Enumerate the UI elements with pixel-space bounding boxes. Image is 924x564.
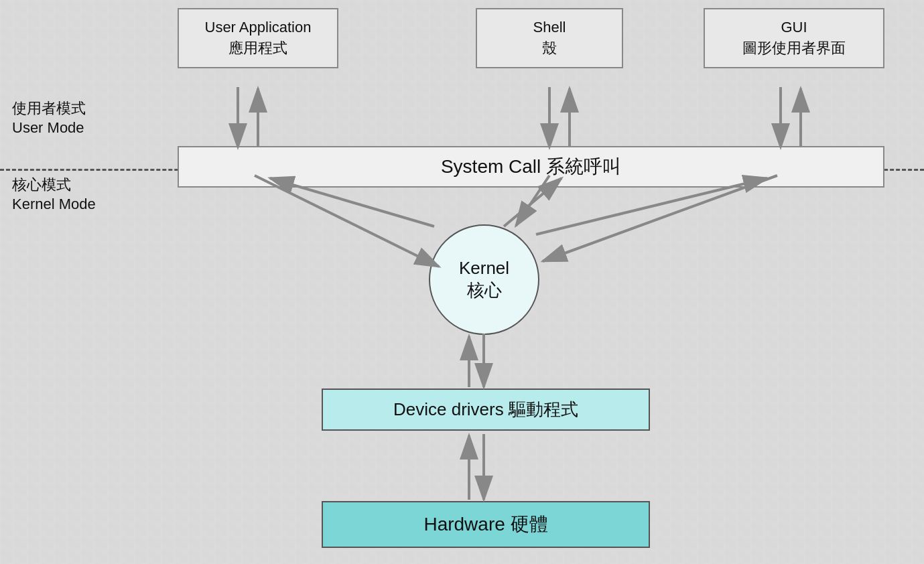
hardware-label-en: Hardware xyxy=(423,514,505,535)
syscall-box: System Call 系統呼叫 xyxy=(178,146,884,188)
user-mode-zh: 使用者模式 xyxy=(12,99,86,119)
drivers-label-zh: 驅動程式 xyxy=(509,399,578,419)
shell-label-zh: 殼 xyxy=(488,38,611,59)
drivers-label-en: Device drivers xyxy=(393,399,504,419)
user-app-label-zh: 應用程式 xyxy=(190,38,326,59)
hardware-label-zh: 硬體 xyxy=(511,514,548,535)
gui-label-zh: 圖形使用者界面 xyxy=(716,38,872,59)
user-mode-en: User Mode xyxy=(12,119,86,138)
gui-box: GUI 圖形使用者界面 xyxy=(704,8,884,68)
hardware-box: Hardware 硬體 xyxy=(322,501,650,548)
diagram-container: 使用者模式 User Mode 核心模式 Kernel Mode User Ap… xyxy=(0,0,924,564)
user-app-label-en: User Application xyxy=(190,17,326,38)
shell-label-en: Shell xyxy=(488,17,611,38)
user-app-box: User Application 應用程式 xyxy=(178,8,338,68)
syscall-kernel-left-arrow xyxy=(255,175,439,267)
gui-label-en: GUI xyxy=(716,17,872,38)
kernel-circle: Kernel 核心 xyxy=(429,224,539,335)
shell-box: Shell 殼 xyxy=(476,8,623,68)
kernel-mode-en: Kernel Mode xyxy=(12,195,96,214)
syscall-kernel-right-arrow xyxy=(543,175,777,261)
kernel-label-zh: 核心 xyxy=(467,279,502,302)
syscall-label-en: System Call xyxy=(441,156,541,177)
syscall-label-zh: 系統呼叫 xyxy=(546,156,621,177)
kernel-mode-zh: 核心模式 xyxy=(12,175,96,195)
device-drivers-box: Device drivers 驅動程式 xyxy=(322,389,650,431)
user-mode-label: 使用者模式 User Mode xyxy=(12,99,86,137)
kernel-label-en: Kernel xyxy=(459,258,509,279)
kernel-mode-label: 核心模式 Kernel Mode xyxy=(12,175,96,214)
